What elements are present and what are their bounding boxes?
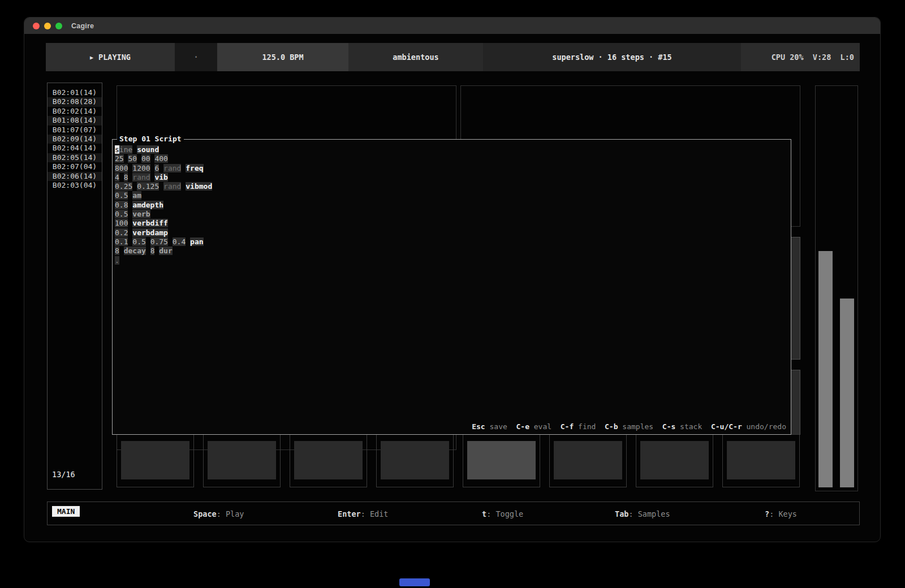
script-token: 8 [150, 247, 155, 255]
desktop: { "window": { "title": "Cagire" }, "colo… [0, 0, 905, 588]
help-label: eval [529, 422, 551, 431]
close-button-icon[interactable] [33, 23, 40, 29]
bottom-keybind-play: Space: Play [193, 509, 244, 518]
bpm-display[interactable]: 125.0 BPM [217, 43, 348, 71]
sample-list-item[interactable]: B01:07(07) [48, 126, 102, 135]
step-cell-active[interactable] [463, 434, 540, 487]
help-label: save [485, 422, 507, 431]
script-token: 0.5 [115, 191, 128, 200]
step-cell[interactable] [549, 434, 627, 487]
dock-indicator[interactable] [399, 578, 430, 586]
script-line: 0.5 am [115, 191, 791, 200]
script-token: sound [137, 145, 159, 154]
bottom-status-bar: MAIN Space: PlayEnter: Editt: ToggleTab:… [47, 501, 860, 525]
window-title: Cagire [71, 22, 94, 30]
step-cell-fill [208, 441, 276, 479]
script-token: decay [124, 247, 146, 255]
script-line: 25 50 00 400 [115, 154, 791, 163]
script-token: 4 [115, 173, 119, 181]
sample-list-item[interactable]: B02:02(14) [48, 107, 102, 116]
script-line: 8 decay 8 dur [115, 247, 791, 256]
script-token: 25 [115, 154, 124, 163]
step-cell-fill [640, 441, 709, 479]
step-cell-fill [554, 441, 622, 479]
app-window: Cagire ▶ PLAYING · 125.0 BPM ambientous … [24, 17, 881, 542]
step-cell[interactable] [117, 434, 194, 487]
script-line: 0.2 verbdamp [115, 228, 791, 237]
help-key: C-u/C-r [711, 422, 742, 431]
bottom-keybind-edit: Enter: Edit [338, 509, 388, 518]
script-token: 0.8 [115, 201, 128, 209]
sample-list-item[interactable]: B02:03(04) [48, 181, 102, 190]
sample-list-item[interactable]: B02:06(14) [48, 172, 102, 181]
step-cell-fill [121, 441, 189, 479]
script-token: 50 [128, 154, 137, 163]
script-token: verbdiff [132, 219, 168, 227]
sample-list-item[interactable]: B02:09(14) [48, 135, 102, 144]
scale-display[interactable]: ambientous [348, 43, 483, 71]
script-line: 0.1 0.5 0.75 0.4 pan [115, 237, 791, 247]
script-line: sine sound [115, 145, 791, 154]
step-cell[interactable] [290, 434, 367, 487]
script-line: 0.25 0.125 rand vibmod [115, 182, 791, 191]
script-token: 8 [124, 173, 128, 181]
script-token: am [132, 191, 141, 200]
minimize-button-icon[interactable] [44, 23, 51, 29]
help-label: samples [618, 422, 654, 431]
bottom-keybind-toggle: t: Toggle [482, 509, 523, 518]
script-token: 0.5 [132, 237, 145, 246]
help-label: find [574, 422, 596, 431]
script-line: 4 8 rand vib [115, 173, 791, 182]
script-token: 0.5 [115, 210, 128, 218]
script-line: 800 1200 6 rand freq [115, 164, 791, 173]
script-token: ine [119, 145, 132, 154]
level-meter-panel [815, 85, 858, 491]
step-position-label: 13/16 [52, 470, 75, 479]
metronome-dot: · [175, 43, 217, 71]
script-token: 0.2 [115, 228, 128, 237]
step-cell-fill [727, 441, 795, 479]
script-token: 6 [154, 164, 159, 172]
step-cell[interactable] [636, 434, 713, 487]
help-key: C-f [561, 422, 574, 431]
step-cell-fill [381, 441, 449, 479]
script-token: 8 [115, 247, 119, 255]
editor-body[interactable]: sine sound25 50 00 400800 1200 6 rand fr… [113, 140, 791, 265]
step-cell[interactable] [203, 434, 281, 487]
script-token: dur [159, 247, 172, 255]
script-token: . [115, 256, 119, 265]
pattern-display[interactable]: superslow · 16 steps · #15 [483, 43, 741, 71]
script-token: 100 [115, 219, 128, 227]
title-bar[interactable]: Cagire [24, 18, 880, 34]
sample-list-item[interactable]: B02:07(04) [48, 162, 102, 171]
script-line: 0.8 amdepth [115, 201, 791, 210]
step-cell[interactable] [376, 434, 454, 487]
help-label: undo/redo [742, 422, 786, 431]
script-token: verb [132, 210, 150, 218]
step-cell[interactable] [722, 434, 800, 487]
script-token: 0.4 [173, 237, 186, 246]
script-token: 0.1 [115, 237, 128, 246]
editor-title: Step 01 Script [117, 135, 184, 143]
script-line: 0.5 verb [115, 210, 791, 219]
sample-list-item[interactable]: B01:08(14) [48, 116, 102, 125]
help-label: stack [675, 422, 702, 431]
help-key: Esc [472, 422, 485, 431]
script-token: pan [190, 237, 203, 246]
script-token: vib [154, 173, 167, 181]
sample-list-item[interactable]: B02:08(28) [48, 97, 102, 106]
script-token: amdepth [132, 201, 163, 209]
script-token: rand [132, 173, 150, 181]
help-key: C-e [516, 422, 529, 431]
script-token: freq [186, 164, 203, 172]
step-script-editor[interactable]: Step 01 Script sine sound25 50 00 400800… [112, 139, 791, 435]
editor-keybind-help: Esc save C-e eval C-f find C-b samples C… [472, 422, 786, 431]
help-key: C-b [605, 422, 618, 431]
sample-list-item[interactable]: B02:04(14) [48, 144, 102, 153]
editor-cursor: s [115, 145, 119, 154]
script-token: 1200 [132, 164, 150, 172]
sample-list-item[interactable]: B02:05(14) [48, 153, 102, 162]
sample-list-item[interactable]: B02:01(14) [48, 88, 102, 97]
zoom-button-icon[interactable] [55, 23, 62, 29]
transport-status[interactable]: ▶ PLAYING [46, 43, 175, 71]
